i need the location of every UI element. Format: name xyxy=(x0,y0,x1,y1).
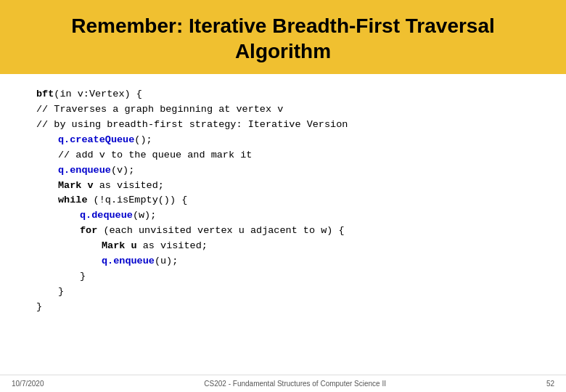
footer-page: 52 xyxy=(546,380,554,388)
footer-course: CS202 - Fundamental Structures of Comput… xyxy=(204,380,386,388)
code-line-13: } xyxy=(36,269,530,285)
slide-title: Remember: Iterative Breadth-First Traver… xyxy=(22,13,544,64)
code-line-2: // Traverses a graph beginning at vertex… xyxy=(36,102,530,118)
code-line-5: // add v to the queue and mark it xyxy=(36,148,530,163)
slide-container: Remember: Iterative Breadth-First Traver… xyxy=(0,0,566,392)
slide-body: bft(in v:Vertex) { // Traverses a graph … xyxy=(0,74,566,375)
code-line-4: q.createQueue(); xyxy=(36,133,530,148)
code-line-11: Mark u as visited; xyxy=(36,239,530,254)
code-line-15: } xyxy=(36,300,530,315)
footer-date: 10/7/2020 xyxy=(12,380,44,388)
code-line-3: // by using breadth-first strategy: Iter… xyxy=(36,118,530,133)
code-line-12: q.enqueue(u); xyxy=(36,254,530,269)
code-line-10: for (each unvisited vertex u adjacent to… xyxy=(36,224,530,239)
code-line-14: } xyxy=(36,285,530,300)
code-line-6: q.enqueue(v); xyxy=(36,163,530,179)
code-line-8: while (!q.isEmpty()) { xyxy=(36,193,530,208)
code-line-9: q.dequeue(w); xyxy=(36,208,530,224)
code-line-1: bft(in v:Vertex) { xyxy=(36,87,530,102)
slide-footer: 10/7/2020 CS202 - Fundamental Structures… xyxy=(0,375,566,392)
slide-header: Remember: Iterative Breadth-First Traver… xyxy=(0,0,566,74)
code-line-7: Mark v as visited; xyxy=(36,179,530,194)
